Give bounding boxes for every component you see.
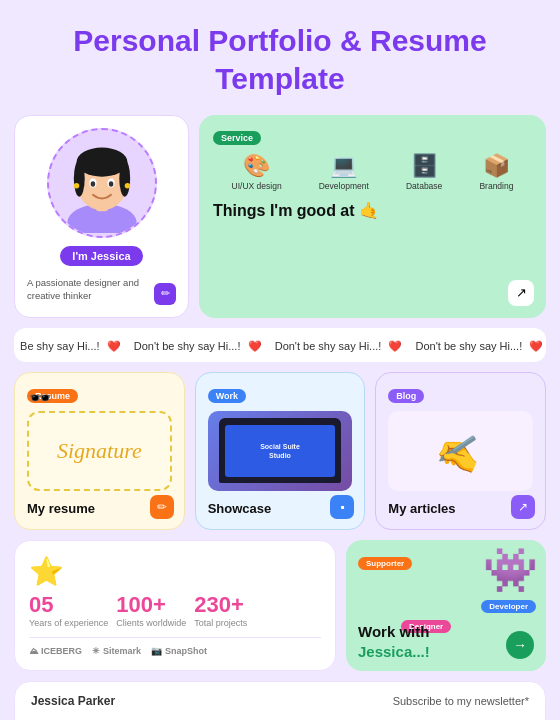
brand-logos: ⛰ ICEBERG ✳ Sitemark 📷 SnapShot xyxy=(29,637,321,656)
branding-label: Branding xyxy=(479,181,513,191)
blog-label: My articles xyxy=(388,501,455,516)
monster-icon: 👾 xyxy=(483,548,538,592)
jessica-cta-card: 👾 Supporter Developer Designer Work with… xyxy=(346,540,546,672)
stat-clients: 100+ Clients worldwide xyxy=(116,592,186,630)
footer-subscribe[interactable]: Subscribe to my newsletter* xyxy=(393,695,529,707)
clients-number: 100+ xyxy=(116,592,186,618)
row-resume-work-blog: Resume 🕶️ Signature My resume ✏ Work Soc… xyxy=(14,372,546,530)
services-icons-row: 🎨 UI/UX design 💻 Development 🗄️ Database… xyxy=(213,153,532,191)
brand-snapshot: 📷 SnapShot xyxy=(151,646,207,656)
uiux-label: UI/UX design xyxy=(232,181,282,191)
service-dev: 💻 Development xyxy=(319,153,369,191)
avatar-wrapper xyxy=(47,128,157,238)
sunglasses-icon: 🕶️ xyxy=(29,387,51,409)
blog-card: Blog ✍️ My articles ↗ xyxy=(375,372,546,530)
work-tag: Work xyxy=(208,389,246,403)
projects-number: 230+ xyxy=(194,592,247,618)
laptop-screen: Social SuiteStudio xyxy=(225,425,336,477)
avatar xyxy=(57,133,147,233)
stat-years: 05 Years of experience xyxy=(29,592,108,630)
stats-numbers: 05 Years of experience 100+ Clients worl… xyxy=(29,592,321,630)
services-card: Service 🎨 UI/UX design 💻 Development 🗄️ … xyxy=(199,115,546,318)
footer-strip: Jessica Parker Subscribe to my newslette… xyxy=(14,681,546,720)
years-number: 05 xyxy=(29,592,108,618)
work-label: Showcase xyxy=(208,501,272,516)
jessica-cta-button[interactable]: → xyxy=(506,631,534,659)
stat-projects: 230+ Total projects xyxy=(194,592,247,630)
signature-area: Signature xyxy=(27,411,172,491)
brand-iceberg: ⛰ ICEBERG xyxy=(29,646,82,656)
dev-label: Development xyxy=(319,181,369,191)
svg-point-9 xyxy=(108,181,113,186)
clients-label: Clients worldwide xyxy=(116,618,186,630)
marquee-text: Be shy say Hi...! ❤️ Don't be shy say Hi… xyxy=(14,340,546,353)
services-title: Things I'm good at 🤙 xyxy=(213,201,532,220)
screen-content: Social SuiteStudio xyxy=(260,442,300,460)
resume-action-button[interactable]: ✏ xyxy=(150,495,174,519)
service-uiux: 🎨 UI/UX design xyxy=(232,153,282,191)
services-nav-button[interactable]: ↗ xyxy=(508,280,534,306)
page-title: Personal Portfolio & Resume Template xyxy=(20,22,540,97)
developer-tag: Developer xyxy=(481,600,536,613)
svg-point-11 xyxy=(124,183,129,188)
service-branding: 📦 Branding xyxy=(479,153,513,191)
blog-thumbnail: ✍️ xyxy=(388,411,533,491)
years-label: Years of experience xyxy=(29,618,108,630)
svg-point-5 xyxy=(119,160,130,196)
profile-description: A passionate designer and creative think… xyxy=(27,276,157,303)
page-header: Personal Portfolio & Resume Template xyxy=(0,0,560,115)
pen-hand-icon: ✍️ xyxy=(432,423,489,478)
profile-name: I'm Jessica xyxy=(60,246,142,266)
blog-tag: Blog xyxy=(388,389,424,403)
developer-tag-wrapper: Developer xyxy=(481,595,536,621)
dev-icon: 💻 xyxy=(319,153,369,179)
db-icon: 🗄️ xyxy=(406,153,442,179)
row-stats-jessica: ⭐ 05 Years of experience 100+ Clients wo… xyxy=(14,540,546,672)
resume-label: My resume xyxy=(27,501,95,516)
service-db: 🗄️ Database xyxy=(406,153,442,191)
signature-text: Signature xyxy=(57,438,142,464)
work-thumbnail: Social SuiteStudio xyxy=(208,411,353,491)
svg-point-4 xyxy=(73,160,84,196)
services-tag: Service xyxy=(213,131,261,145)
jessica-cta-title: Work with Jessica...! xyxy=(358,622,496,661)
profile-edit-button[interactable]: ✏ xyxy=(154,283,176,305)
footer-name: Jessica Parker xyxy=(31,694,115,708)
star-icon: ⭐ xyxy=(29,555,321,588)
db-label: Database xyxy=(406,181,442,191)
row-profile-services: I'm Jessica A passionate designer and cr… xyxy=(14,115,546,318)
resume-card: Resume 🕶️ Signature My resume ✏ xyxy=(14,372,185,530)
supporter-tag: Supporter xyxy=(358,557,412,570)
uiux-icon: 🎨 xyxy=(232,153,282,179)
projects-label: Total projects xyxy=(194,618,247,630)
branding-icon: 📦 xyxy=(479,153,513,179)
work-card: Work Social SuiteStudio Showcase ▪ xyxy=(195,372,366,530)
stats-card: ⭐ 05 Years of experience 100+ Clients wo… xyxy=(14,540,336,672)
marquee-strip: Be shy say Hi...! ❤️ Don't be shy say Hi… xyxy=(14,328,546,362)
main-content: I'm Jessica A passionate designer and cr… xyxy=(0,115,560,720)
svg-point-8 xyxy=(90,181,95,186)
svg-point-10 xyxy=(73,183,78,188)
brand-sitemark: ✳ Sitemark xyxy=(92,646,141,656)
profile-card: I'm Jessica A passionate designer and cr… xyxy=(14,115,189,318)
work-action-button[interactable]: ▪ xyxy=(330,495,354,519)
laptop-visual: Social SuiteStudio xyxy=(219,418,342,483)
blog-action-button[interactable]: ↗ xyxy=(511,495,535,519)
